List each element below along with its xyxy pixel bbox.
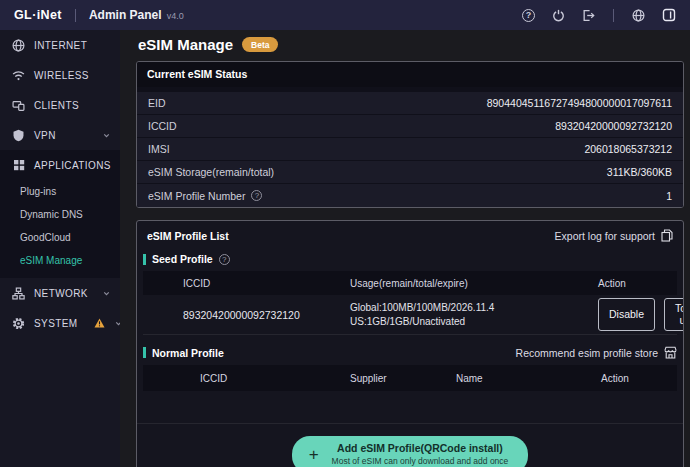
sidebar-group-applications: APPLICATIONS Plug-ins Dynamic DNS GoodCl… (0, 150, 120, 278)
subitem-label: eSIM Manage (20, 255, 82, 266)
sidebar-item-label: SYSTEM (34, 318, 78, 329)
normal-profile-section: Normal Profile Recommend esim profile st… (143, 346, 677, 359)
reboot-icon[interactable] (552, 9, 565, 22)
status-row-eid: EID 89044045116727494800000017097611 (137, 92, 683, 115)
store-icon (664, 346, 677, 359)
sidebar-subitem-esim-manage[interactable]: eSIM Manage (0, 249, 120, 272)
topbar-title: Admin Panel (89, 8, 162, 22)
sidebar-item-applications[interactable]: APPLICATIONS (0, 150, 120, 180)
status-panel-title: Current eSIM Status (137, 62, 683, 87)
plus-icon: + (309, 446, 319, 463)
topbar-divider (75, 9, 76, 22)
seed-table-row: 89320420000092732120 Global:100MB/100MB/… (143, 295, 677, 335)
sidebar-item-internet[interactable]: INTERNET (0, 30, 120, 60)
section-accent-bar (143, 347, 146, 358)
sidebar-item-label: NETWORK (34, 288, 88, 299)
row-value: 89320420000092732120 (555, 120, 672, 132)
status-row-imsi: IMSI 206018065373212 (137, 138, 683, 161)
status-rows: EID 89044045116727494800000017097611 ICC… (137, 87, 683, 207)
sidebar-item-system[interactable]: SYSTEM (0, 308, 120, 338)
sidebar-item-clients[interactable]: CLIENTS (0, 90, 120, 120)
warning-icon (94, 318, 105, 328)
profile-store-link[interactable]: Recommend esim profile store (516, 346, 677, 359)
grid-icon (12, 159, 25, 172)
add-button-line2: Most of eSIM can only download and add o… (332, 456, 509, 466)
sidebar-subitem-goodcloud[interactable]: GoodCloud (0, 226, 120, 249)
row-value: 1 (666, 190, 672, 202)
panel-divider (137, 423, 683, 424)
col-usage: Usage(remain/total/expire) (350, 278, 598, 289)
col-iccid: ICCID (143, 373, 350, 384)
language-globe-icon[interactable] (632, 9, 645, 22)
sidebar-item-label: INTERNET (34, 40, 87, 51)
main-content: eSIM Manage Beta Current eSIM Status EID… (120, 30, 690, 467)
row-label: eSIM Storage(remain/total) (148, 166, 274, 178)
profile-list-header: eSIM Profile List Export log for support (137, 221, 683, 250)
row-label: EID (148, 97, 166, 109)
chevron-down-icon (102, 131, 111, 140)
section-accent-bar (143, 254, 146, 265)
gear-icon (12, 317, 25, 330)
normal-profile-table: ICCID Supplier Name Action (143, 365, 677, 423)
normal-table-empty-body (143, 391, 677, 423)
export-log-label: Export log for support (555, 230, 655, 242)
seed-profile-table: ICCID Usage(remain/total/expire) Action … (143, 271, 677, 335)
subitem-label: Plug-ins (20, 186, 56, 197)
profile-list-title: eSIM Profile List (147, 230, 229, 242)
cell-usage: Global:100MB/100MB/2026.11.4 US:1GB/1GB/… (350, 301, 598, 329)
row-label: ICCID (148, 120, 177, 132)
sidebar-item-label: WIRELESS (34, 70, 89, 81)
add-esim-profile-button[interactable]: + Add eSIM Profile(QRCode install) Most … (292, 436, 529, 467)
devices-icon (12, 99, 25, 112)
sidebar-item-network[interactable]: NETWORK (0, 278, 120, 308)
export-log-link[interactable]: Export log for support (555, 229, 673, 242)
usage-line2: US:1GB/1GB/Unactivated (350, 316, 465, 327)
export-document-icon (661, 229, 673, 242)
sidebar-item-vpn[interactable]: VPN (0, 120, 120, 150)
sidebar-item-label: CLIENTS (34, 100, 79, 111)
normal-profile-title: Normal Profile (152, 347, 224, 359)
subitem-label: Dynamic DNS (20, 209, 83, 220)
col-action: Action (598, 278, 677, 289)
shield-icon (12, 129, 25, 142)
current-esim-status-panel: Current eSIM Status EID 8904404511672749… (136, 61, 684, 208)
disable-button[interactable]: Disable (598, 298, 655, 331)
beta-badge: Beta (242, 37, 278, 52)
cell-actions: Disable Top-up (598, 298, 684, 331)
sidebar: INTERNET WIRELESS CLIENTS (0, 30, 120, 467)
cell-iccid: 89320420000092732120 (183, 309, 350, 321)
top-up-button[interactable]: Top-up (664, 298, 684, 331)
brand-logo[interactable]: GL·iNet (14, 8, 62, 22)
panel-icon[interactable] (662, 8, 676, 22)
help-circle-icon[interactable]: ? (219, 254, 230, 265)
normal-table-header: ICCID Supplier Name Action (143, 365, 677, 391)
topbar-icon-divider (613, 9, 614, 22)
chevron-down-icon (102, 289, 111, 298)
row-value: 89044045116727494800000017097611 (487, 97, 672, 109)
page-title: eSIM Manage (138, 36, 233, 53)
add-profile-area: + Add eSIM Profile(QRCode install) Most … (137, 436, 683, 467)
wifi-icon (12, 69, 25, 82)
add-button-line1: Add eSIM Profile(QRCode install) (332, 442, 509, 454)
store-link-label: Recommend esim profile store (516, 347, 658, 359)
row-label: IMSI (148, 143, 170, 155)
sidebar-item-label: VPN (34, 130, 56, 141)
logout-icon[interactable] (582, 9, 595, 22)
help-circle-icon[interactable]: ? (251, 190, 262, 201)
globe-icon (12, 39, 25, 52)
col-iccid: ICCID (183, 278, 350, 289)
help-icon[interactable]: ? (522, 9, 535, 22)
sidebar-subitem-plugins[interactable]: Plug-ins (0, 180, 120, 203)
topbar-actions: ? (522, 8, 676, 22)
sidebar-item-wireless[interactable]: WIRELESS (0, 60, 120, 90)
row-value: 311KB/360KB (607, 166, 672, 178)
esim-profile-list-panel: eSIM Profile List Export log for support… (136, 220, 684, 467)
add-button-text: Add eSIM Profile(QRCode install) Most of… (332, 442, 509, 466)
status-row-profile-number: eSIM Profile Number ? 1 (137, 184, 683, 207)
sitemap-icon (12, 287, 25, 300)
col-supplier: Supplier (350, 373, 456, 384)
row-value: 206018065373212 (584, 143, 672, 155)
col-action: Action (601, 373, 677, 384)
sidebar-subitem-dynamic-dns[interactable]: Dynamic DNS (0, 203, 120, 226)
row-label: eSIM Profile Number ? (148, 190, 262, 202)
